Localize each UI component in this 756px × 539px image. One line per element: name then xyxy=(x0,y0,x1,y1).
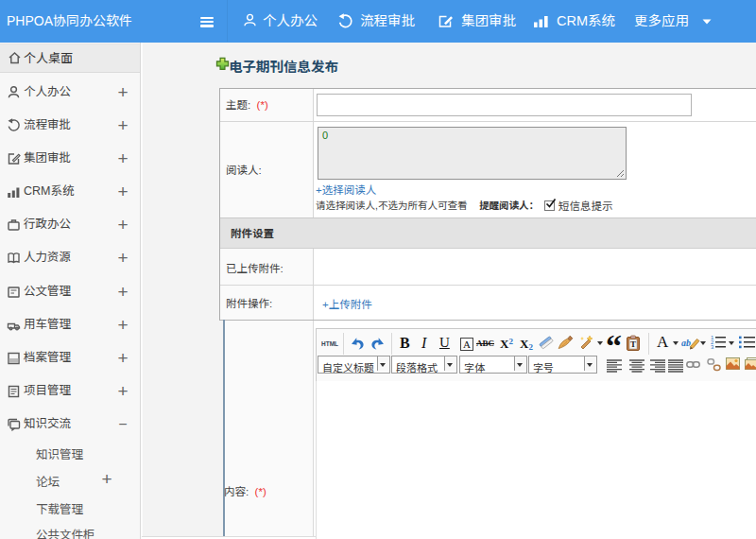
svg-text:3: 3 xyxy=(711,344,714,349)
svg-text:ab: ab xyxy=(681,338,691,348)
svg-text:T: T xyxy=(630,339,636,349)
